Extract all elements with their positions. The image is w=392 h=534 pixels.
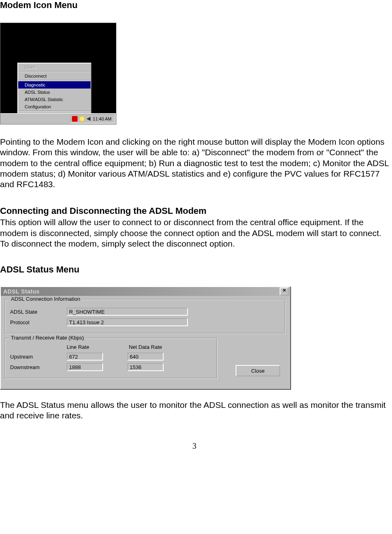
close-icon[interactable]: ✕	[280, 287, 289, 295]
group-connection-info: ADSL Connection Information ADSL State R…	[5, 299, 286, 334]
taskbar: 11:40 AM	[0, 113, 116, 124]
dialog-title: ADSL Status	[3, 288, 40, 295]
menu-item-diagnostic[interactable]: Diagnostic	[18, 81, 91, 89]
heading-modem-icon-menu: Modem Icon Menu	[0, 0, 389, 11]
tray-icon[interactable]	[79, 116, 85, 122]
modem-tray-icon[interactable]	[72, 116, 78, 122]
tray-clock: 11:40 AM	[92, 116, 112, 121]
group-rate: Transmit / Receive Rate (Kbps) Line Rate…	[5, 338, 217, 379]
menu-item-atm-adsl-statistic[interactable]: ATM/ADSL Statistic	[18, 96, 91, 103]
group-title-connection: ADSL Connection Information	[9, 296, 82, 302]
dialog-titlebar: ADSL Status ✕	[1, 287, 290, 296]
volume-icon[interactable]	[86, 117, 91, 121]
paragraph-adsl-status: The ADSL Status menu allows the user to …	[0, 400, 389, 421]
field-protocol: T1.413 Issue 2	[67, 318, 188, 326]
adsl-status-dialog: ADSL Status ✕ ADSL Connection Informatio…	[0, 286, 291, 389]
screenshot-context-menu: Open Disconnect Diagnostic ADSL Status A…	[0, 23, 116, 125]
label-upstream: Upstream	[10, 354, 67, 360]
heading-adsl-status-menu: ADSL Status Menu	[0, 264, 389, 275]
menu-item-disconnect[interactable]: Disconnect	[18, 72, 91, 80]
close-button[interactable]: Close	[236, 365, 280, 376]
group-title-rate: Transmit / Receive Rate (Kbps)	[9, 335, 86, 341]
label-adsl-state: ADSL State	[10, 309, 67, 315]
field-upstream-net: 640	[127, 352, 164, 361]
field-adsl-state: R_SHOWTIME	[67, 308, 188, 316]
column-header-line-rate: Line Rate	[67, 344, 127, 350]
menu-separator	[19, 111, 90, 112]
heading-connecting: Connecting and Disconnecting the ADSL Mo…	[0, 206, 389, 216]
context-menu: Open Disconnect Diagnostic ADSL Status A…	[17, 63, 91, 120]
label-protocol: Protocol	[10, 319, 67, 325]
system-tray: 11:40 AM	[70, 114, 115, 123]
paragraph-intro: Pointing to the Modem Icon and clicking …	[0, 137, 389, 190]
menu-item-configuration[interactable]: Configuration	[18, 103, 91, 110]
field-upstream-line: 672	[67, 352, 103, 361]
column-header-net-data-rate: Net Data Rate	[129, 344, 162, 350]
menu-separator	[19, 71, 90, 72]
menu-item-open[interactable]: Open	[18, 63, 91, 71]
menu-item-adsl-status[interactable]: ADSL Status	[18, 89, 91, 96]
label-downstream: Downstream	[10, 364, 67, 370]
field-downstream-line: 1888	[67, 363, 103, 371]
field-downstream-net: 1536	[127, 363, 164, 371]
page-number: 3	[0, 441, 389, 451]
paragraph-connecting: This option will allow the user to conne…	[0, 217, 389, 249]
menu-separator	[19, 80, 90, 81]
